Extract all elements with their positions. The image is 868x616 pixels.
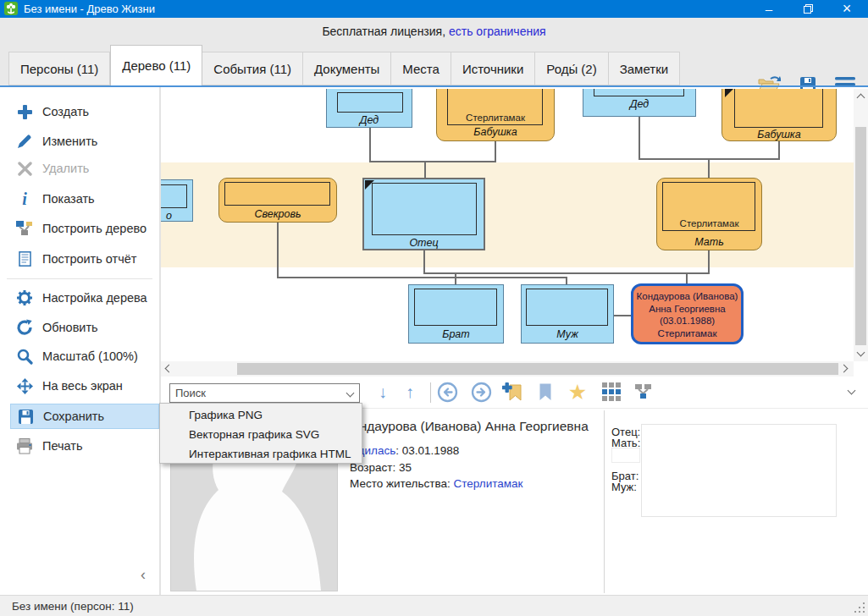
sidebar-item-delete: Удалить [0, 156, 159, 181]
tab-clans[interactable]: Роды́ (2) [535, 52, 608, 85]
sidebar-item-save[interactable]: Сохранить [10, 404, 159, 429]
grid-view-icon[interactable] [600, 380, 623, 404]
horizontal-scrollbar-thumb[interactable] [237, 363, 838, 375]
person-box-partner-clipped[interactable]: о [161, 179, 193, 222]
fullscreen-icon [14, 378, 36, 394]
tree-connector-line [566, 277, 567, 284]
tab-sources[interactable]: Источники [451, 52, 535, 85]
person-box-grandfather1[interactable]: Дед [326, 89, 412, 128]
person-box-mother[interactable]: Стерлитамак Мать [656, 178, 762, 250]
favorite-star-icon[interactable]: ★ [566, 380, 589, 404]
tree-connector-line [423, 250, 425, 272]
toolbar-separator [430, 382, 431, 403]
tab-tree[interactable]: Дерево (11) [110, 45, 202, 85]
add-bookmark-icon[interactable] [500, 380, 524, 404]
scroll-down-icon[interactable] [857, 349, 865, 357]
bookmark-icon[interactable] [534, 380, 557, 404]
tree-view-icon[interactable] [632, 380, 655, 404]
scroll-right-icon[interactable] [840, 365, 849, 373]
tab-bar: Персоны (11) Дерево (11) События (11) До… [8, 34, 680, 85]
sidebar-item-build-report[interactable]: Построить отчёт [0, 246, 159, 272]
panel-collapse-icon[interactable] [848, 387, 856, 395]
tab-places[interactable]: Места [391, 52, 451, 85]
zoom-icon [14, 349, 36, 365]
gear-icon [14, 289, 36, 306]
relation-thumbnail [611, 448, 640, 463]
tree-connector-line [369, 161, 496, 162]
person-box-grandmother1[interactable]: Стерлитамак Бабушка [436, 89, 555, 141]
menu-item-png[interactable]: Графика PNG [160, 405, 362, 425]
sidebar-item-scale[interactable]: Масштаб (100%) [0, 344, 159, 369]
tree-connector-line [639, 117, 640, 158]
move-up-icon[interactable]: ↑ [398, 380, 422, 404]
residence-link[interactable]: Стерлитамак [453, 477, 522, 490]
tree-connector-line [455, 272, 456, 284]
minimize-button[interactable]: – [749, 0, 788, 18]
person-box-grandmother2[interactable]: Бабушка [721, 89, 837, 141]
sidebar-item-edit[interactable]: Изменить [0, 129, 159, 154]
vertical-scrollbar-thumb[interactable] [855, 127, 866, 345]
person-name: Кондаурова (Иванова) Анна Георгиевна [345, 419, 589, 434]
person-residence-line: Место жительства: Стерлитамак [350, 477, 522, 490]
sidebar-separator [7, 278, 152, 279]
photo-frame [337, 92, 403, 113]
menu-item-html[interactable]: Интерактивная графика HTML [160, 444, 362, 464]
photo-frame [224, 182, 330, 206]
sidebar-item-build-tree[interactable]: Построить дерево [0, 216, 159, 241]
sidebar-item-fullscreen[interactable]: На весь экран [0, 373, 159, 399]
photo-frame [372, 183, 477, 235]
tree-canvas[interactable]: Дед Стерлитамак Бабушка Дед Бабушка о Св… [161, 89, 854, 361]
save-icon [14, 409, 36, 425]
pencil-icon [14, 134, 36, 149]
horizontal-scrollbar[interactable] [161, 361, 854, 377]
status-bar: Без имени (персон: 11) [0, 595, 868, 616]
forward-icon[interactable] [469, 380, 493, 404]
resize-grip[interactable] [854, 602, 865, 613]
panel-divider [604, 410, 605, 593]
tree-connector-line [708, 250, 710, 272]
back-icon[interactable] [435, 380, 459, 404]
person-box-husband[interactable]: Муж [521, 284, 614, 344]
scroll-up-icon[interactable] [857, 94, 865, 102]
move-down-icon[interactable]: ↓ [371, 380, 395, 404]
delete-icon [14, 162, 36, 176]
restore-button[interactable] [788, 0, 827, 18]
scroll-left-icon[interactable] [165, 365, 174, 373]
menu-item-svg[interactable]: Векторная графика SVG [160, 425, 362, 444]
tree-connector-line [277, 277, 567, 278]
tab-events[interactable]: События (11) [202, 52, 303, 85]
photo-frame [414, 289, 497, 326]
relations-list-box [641, 424, 837, 517]
close-button[interactable]: × [827, 0, 866, 18]
save-export-menu: Графика PNG Векторная графика SVG Интера… [159, 403, 362, 464]
tree-connector-line [708, 158, 710, 178]
search-input[interactable] [169, 383, 360, 403]
sidebar-item-refresh[interactable]: Обновить [0, 315, 159, 340]
tab-notes[interactable]: Заметки [609, 52, 680, 85]
header-strip: Бесплатная лицензия, есть ограничения Пе… [0, 18, 868, 85]
person-box-father[interactable]: Отец [362, 178, 485, 250]
vertical-scrollbar[interactable] [854, 89, 868, 361]
sidebar-collapse-arrow[interactable]: ‹ [134, 565, 152, 584]
tree-connector-line [686, 272, 688, 283]
photo-frame [161, 184, 187, 208]
tree-connector-line [423, 272, 710, 274]
sidebar-item-create[interactable]: Создать [0, 99, 159, 124]
app-window: Без имени - Древо Жизни – × Бесплатная л… [0, 0, 868, 616]
person-box-grandfather2[interactable]: Дед [583, 89, 696, 117]
plus-icon [14, 105, 36, 119]
sidebar-item-show[interactable]: i Показать [0, 186, 159, 212]
print-icon [14, 438, 36, 454]
person-box-mother-in-law[interactable]: Свекровь [218, 178, 337, 223]
husband-label: Муж: [611, 481, 637, 493]
tab-persons[interactable]: Персоны (11) [8, 52, 110, 85]
tree-connector-line [614, 315, 631, 316]
titlebar: Без имени - Древо Жизни – × [0, 0, 868, 18]
person-box-brother[interactable]: Брат [408, 284, 504, 344]
info-icon: i [14, 190, 36, 209]
tree-connector-line [277, 223, 279, 277]
person-box-selected[interactable]: Кондаурова (Иванова) Анна Георгиевна (03… [631, 283, 744, 344]
sidebar-item-print[interactable]: Печать [0, 433, 159, 459]
tab-documents[interactable]: Документы [303, 52, 391, 85]
sidebar-item-tree-settings[interactable]: Настройка дерева [0, 285, 159, 311]
